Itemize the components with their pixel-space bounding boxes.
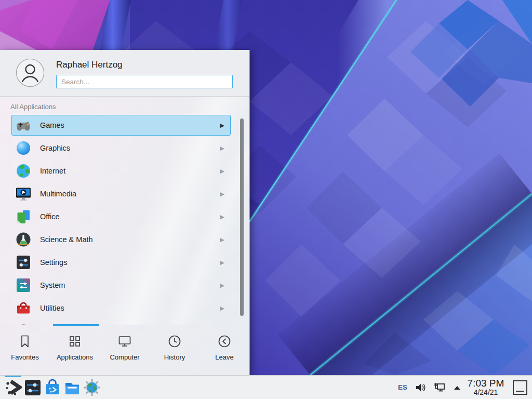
graphics-icon: [15, 140, 32, 156]
tab-computer[interactable]: Computer: [100, 325, 150, 375]
category-label: System: [40, 281, 65, 289]
folder-icon: [63, 379, 81, 396]
expand-tray-caret-icon[interactable]: [453, 384, 461, 391]
category-help[interactable]: Help ▶: [11, 321, 231, 325]
category-label: Science & Math: [40, 235, 93, 244]
category-label: Settings: [40, 258, 67, 267]
games-icon: [15, 117, 32, 134]
submenu-arrow-icon: ▶: [220, 168, 224, 174]
category-office[interactable]: Office ▶: [11, 206, 231, 227]
leave-icon: [217, 334, 232, 349]
category-utilities[interactable]: Utilities ▶: [11, 298, 231, 318]
applications-list: All Applications Games ▶ Graphics: [0, 97, 249, 325]
keyboard-layout-indicator[interactable]: ES: [398, 383, 407, 391]
category-multimedia[interactable]: Multimedia ▶: [11, 183, 231, 204]
utilities-icon: [15, 300, 32, 316]
user-name: Raphael Hertzog: [56, 60, 123, 70]
submenu-arrow-icon: ▶: [220, 283, 224, 288]
list-scrollbar[interactable]: [240, 118, 244, 316]
discover-icon: [44, 379, 61, 396]
category-label: Graphics: [40, 144, 70, 152]
submenu-arrow-icon: ▶: [220, 191, 224, 197]
launcher-header: Raphael Hertzog: [0, 50, 249, 97]
kde-launcher-icon: [4, 379, 22, 396]
clock-time: 7:03 PM: [467, 378, 505, 389]
submenu-arrow-icon: ▶: [220, 237, 224, 243]
application-launcher-button[interactable]: [3, 376, 23, 399]
science-icon: [15, 231, 32, 248]
grid-icon: [68, 334, 82, 349]
submenu-arrow-icon: ▶: [220, 305, 224, 311]
file-manager-button[interactable]: [62, 376, 82, 399]
multimedia-icon: [15, 185, 32, 202]
submenu-arrow-icon: ▶: [220, 214, 224, 220]
volume-icon[interactable]: [415, 382, 426, 393]
category-system[interactable]: System ▶: [11, 275, 231, 296]
network-icon[interactable]: [433, 382, 446, 393]
tab-label: Applications: [57, 353, 93, 361]
category-label: Internet: [40, 167, 65, 175]
internet-icon: [15, 163, 32, 179]
tab-history[interactable]: History: [150, 325, 200, 375]
tab-label: Leave: [215, 353, 233, 361]
discover-button[interactable]: [43, 376, 62, 399]
submenu-arrow-icon: ▶: [220, 123, 224, 128]
tab-leave[interactable]: Leave: [200, 325, 249, 375]
desktop: { "popup": { "user_name": "Raphael Hertz…: [0, 0, 532, 399]
tab-favorites[interactable]: Favorites: [0, 325, 50, 375]
category-label: Multimedia: [40, 190, 76, 198]
tab-label: History: [164, 353, 185, 361]
bookmark-icon: [18, 334, 32, 349]
office-icon: [15, 208, 32, 225]
user-avatar[interactable]: [16, 58, 45, 87]
search-input[interactable]: [60, 75, 229, 88]
tab-label: Computer: [110, 353, 139, 361]
clock-date: 4/24/21: [467, 389, 505, 396]
clock-icon: [167, 334, 182, 349]
category-science-math[interactable]: Science & Math ▶: [11, 229, 231, 250]
application-launcher-popup: Raphael Hertzog All Applications Games ▶: [0, 50, 250, 375]
digital-clock[interactable]: 7:03 PM 4/24/21: [467, 378, 505, 396]
category-games[interactable]: Games ▶: [11, 115, 231, 136]
taskbar-panel: ES 7:03 PM 4/24/21: [0, 375, 532, 399]
web-browser-button[interactable]: [82, 376, 102, 399]
system-settings-button[interactable]: [23, 376, 43, 399]
submenu-arrow-icon: ▶: [220, 260, 224, 265]
category-label: Utilities: [40, 304, 64, 312]
globe-gear-icon: [83, 379, 101, 396]
active-tab-indicator: [53, 324, 99, 326]
settings-icon: [15, 254, 32, 271]
system-tray: ES: [398, 382, 461, 393]
category-label: Office: [40, 212, 60, 221]
submenu-arrow-icon: ▶: [220, 145, 224, 151]
monitor-icon: [117, 334, 132, 349]
system-settings-icon: [24, 379, 42, 396]
system-icon: [15, 277, 32, 294]
search-field[interactable]: [56, 75, 233, 88]
tab-applications[interactable]: Applications: [50, 325, 100, 375]
category-graphics[interactable]: Graphics ▶: [11, 138, 231, 158]
category-label: Games: [40, 121, 64, 129]
category-settings[interactable]: Settings ▶: [11, 252, 231, 273]
launcher-tabbar: Favorites Applications Computer History: [0, 325, 249, 375]
active-task-indicator: [5, 376, 21, 377]
tab-label: Favorites: [11, 353, 38, 361]
show-desktop-button[interactable]: [512, 380, 528, 395]
category-internet[interactable]: Internet ▶: [11, 161, 231, 181]
